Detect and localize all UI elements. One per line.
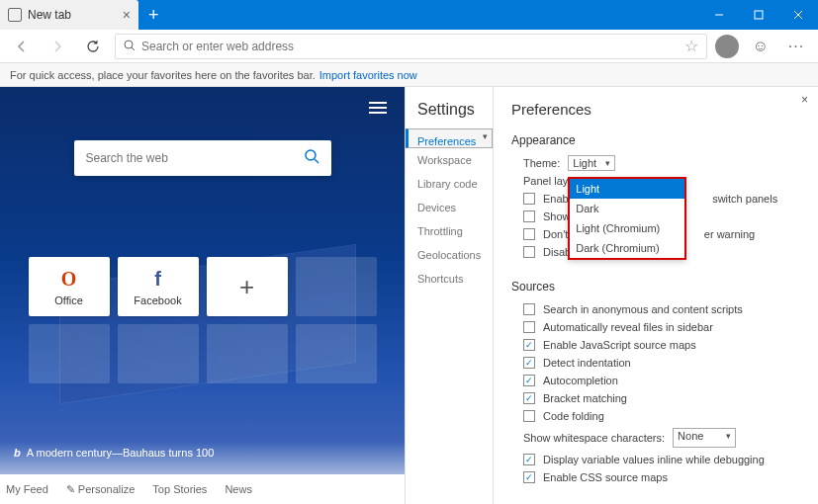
caption-text: A modern century—Bauhaus turns 100 (27, 447, 215, 459)
tile-facebook[interactable]: fFacebook (118, 257, 199, 316)
close-tab-icon[interactable]: × (123, 7, 131, 23)
nav-geolocations[interactable]: Geolocations (406, 243, 493, 267)
checkbox-label: Search in anonymous and content scripts (543, 303, 743, 315)
profile-avatar[interactable] (715, 35, 739, 58)
checkbox-label: Enable CSS source maps (543, 471, 668, 483)
checkbox[interactable] (523, 321, 535, 333)
favorites-bar: For quick access, place your favorites h… (0, 63, 818, 87)
checkbox[interactable] (523, 303, 535, 315)
tile-empty[interactable] (207, 324, 288, 383)
sources-checkbox-row: Autocompletion (511, 375, 800, 386)
checkbox[interactable] (523, 228, 535, 240)
feed-personalize[interactable]: Personalize (66, 483, 136, 496)
theme-label: Theme: (523, 157, 560, 169)
more-icon[interactable]: ··· (782, 33, 810, 60)
tile-add[interactable]: + (207, 257, 288, 316)
nav-shortcuts[interactable]: Shortcuts (406, 267, 493, 291)
web-search-input[interactable] (86, 151, 304, 165)
favorites-hint: For quick access, place your favorites h… (10, 69, 316, 81)
checkbox-label: Automatically reveal files in sidebar (543, 321, 713, 333)
checkbox[interactable] (523, 392, 535, 404)
checkbox[interactable] (523, 375, 535, 386)
import-favorites-link[interactable]: Import favorites now (319, 69, 417, 81)
theme-option-light[interactable]: Light (570, 179, 684, 199)
whitespace-row: Show whitespace characters: None (511, 428, 800, 448)
feed-top-stories[interactable]: Top Stories (152, 483, 207, 495)
refresh-button[interactable] (79, 33, 107, 60)
sources-checkbox-row: Enable CSS source maps (511, 471, 800, 483)
back-button[interactable] (8, 33, 36, 60)
whitespace-label: Show whitespace characters: (523, 432, 665, 444)
sources-checkbox-row: Automatically reveal files in sidebar (511, 321, 800, 333)
checkbox[interactable] (523, 357, 535, 369)
theme-row: Theme: Light Light Dark Light (Chromium)… (511, 157, 800, 169)
office-icon: O (61, 268, 77, 291)
sources-checkbox-row: Bracket matching (511, 392, 800, 404)
tile-office[interactable]: OOffice (29, 257, 110, 316)
appearance-heading: Appearance (511, 133, 800, 147)
svg-line-10 (315, 159, 318, 163)
whitespace-select[interactable]: None (673, 428, 736, 448)
search-submit-icon[interactable] (304, 148, 319, 168)
nav-devices[interactable]: Devices (406, 196, 493, 219)
tile-empty[interactable] (118, 324, 199, 383)
feed-myfeed[interactable]: My Feed (6, 483, 48, 495)
checkbox[interactable] (523, 410, 535, 422)
nav-throttling[interactable]: Throttling (406, 219, 493, 243)
checkbox[interactable] (523, 471, 535, 483)
checkbox-label: Code folding (543, 410, 604, 422)
sources-checkbox-row: Detect indentation (511, 357, 800, 369)
sources-checkbox-row: Enable JavaScript source maps (511, 339, 800, 351)
checkbox[interactable] (523, 193, 535, 205)
tile-grid: OOffice fFacebook + (29, 257, 377, 383)
nav-preferences[interactable]: Preferences (406, 128, 493, 148)
settings-title: Settings (406, 101, 493, 128)
theme-option-dark-chromium[interactable]: Dark (Chromium) (570, 238, 684, 258)
theme-dropdown: Light Dark Light (Chromium) Dark (Chromi… (568, 177, 686, 260)
forward-button[interactable] (44, 33, 71, 60)
minimize-button[interactable] (699, 0, 739, 30)
titlebar: New tab × + (0, 0, 818, 30)
browser-tab[interactable]: New tab × (0, 0, 138, 30)
checkbox[interactable] (523, 246, 535, 258)
window-controls (699, 0, 818, 30)
checkbox-label: Show (543, 210, 571, 222)
search-icon (124, 38, 136, 55)
svg-point-4 (125, 41, 133, 48)
svg-line-5 (132, 47, 135, 50)
page-icon (8, 8, 22, 22)
svg-rect-1 (755, 11, 763, 19)
svg-point-9 (306, 150, 316, 160)
favorite-icon[interactable]: ☆ (684, 37, 698, 55)
preferences-panel: × Preferences Appearance Theme: Light Li… (494, 87, 818, 504)
tile-empty[interactable] (296, 257, 377, 316)
bing-icon: b (14, 447, 21, 459)
checkbox[interactable] (523, 339, 535, 351)
menu-icon[interactable] (369, 101, 387, 119)
new-tab-button[interactable]: + (138, 0, 169, 30)
tile-empty[interactable] (29, 324, 110, 383)
address-input[interactable] (141, 40, 679, 53)
nav-library-code[interactable]: Library code (406, 172, 493, 196)
feed-news[interactable]: News (225, 483, 252, 495)
nav-workspace[interactable]: Workspace (406, 148, 493, 172)
tile-empty[interactable] (296, 324, 377, 383)
web-search-box[interactable] (74, 140, 331, 176)
theme-option-dark[interactable]: Dark (570, 199, 684, 218)
new-tab-page: OOffice fFacebook + b A modern century—B… (0, 87, 405, 504)
address-bar[interactable]: ☆ (115, 34, 707, 59)
checkbox[interactable] (523, 454, 535, 465)
checkbox[interactable] (523, 210, 535, 222)
tab-title: New tab (28, 8, 117, 22)
plus-icon: + (239, 272, 254, 302)
checkbox-label: Autocompletion (543, 375, 618, 386)
maximize-button[interactable] (739, 0, 778, 30)
checkbox-label: Enable JavaScript source maps (543, 339, 696, 351)
checkbox-label: Detect indentation (543, 357, 631, 369)
close-panel-icon[interactable]: × (801, 93, 808, 107)
theme-option-light-chromium[interactable]: Light (Chromium) (570, 218, 684, 238)
feedback-icon[interactable]: ☺ (747, 33, 774, 60)
close-window-button[interactable] (778, 0, 818, 30)
theme-select[interactable]: Light (568, 155, 615, 171)
settings-nav: Preferences Workspace Library code Devic… (406, 128, 493, 291)
